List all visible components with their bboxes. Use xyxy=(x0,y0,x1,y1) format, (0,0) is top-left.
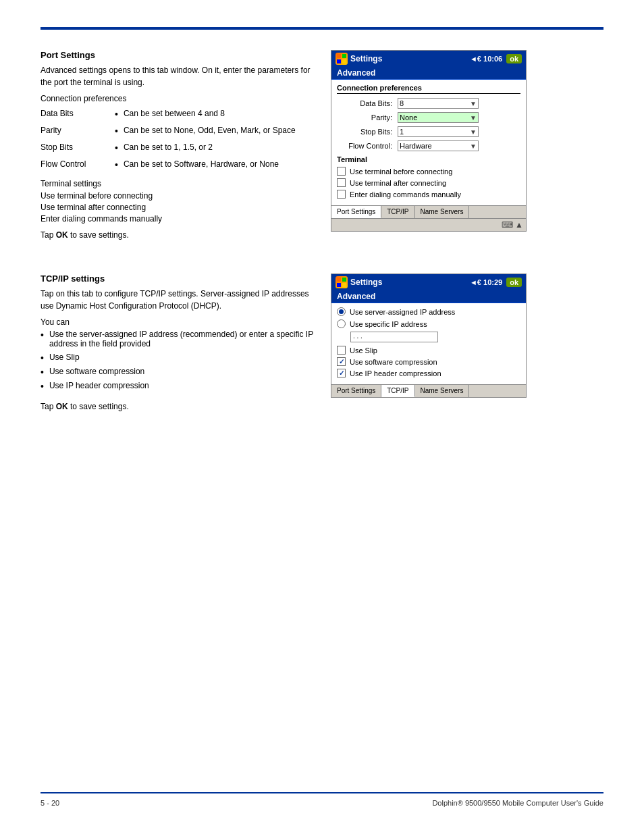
tcpip-section: TCP/IP settings Tap on this tab to confi… xyxy=(41,273,603,411)
tcpip-bullet2-text: Use Slip xyxy=(49,353,80,362)
window1-time: ◄€ 10:06 xyxy=(470,55,502,63)
window2-time: ◄€ 10:29 xyxy=(470,278,502,286)
w2-radio1-row: Use server-assigned IP address xyxy=(337,307,520,316)
flow-control-bullet: • Can be set to Software, Hardware, or N… xyxy=(115,159,317,170)
w1-cb1-row: Use terminal before connecting xyxy=(337,167,520,176)
w2-slip-checkbox[interactable] xyxy=(337,346,346,355)
window1-tab-label: Advanced xyxy=(331,67,526,80)
w2-ip-header-row: Use IP header compression xyxy=(337,369,520,377)
w1-cb2-row: Use terminal after connecting xyxy=(337,178,520,187)
tcpip-dot3: • xyxy=(41,367,44,377)
w2-radio1[interactable] xyxy=(337,307,346,316)
svg-rect-3 xyxy=(342,59,346,63)
parity-bullet: • Can be set to None, Odd, Even, Mark, o… xyxy=(115,126,317,136)
svg-rect-5 xyxy=(342,278,346,282)
w1-parity-label: Parity: xyxy=(337,113,398,122)
w1-tab-tcpip[interactable]: TCP/IP xyxy=(381,206,414,218)
you-can-label: You can xyxy=(41,317,317,327)
window1-body: Connection preferences Data Bits: 8 ▼ Pa… xyxy=(331,80,526,205)
w1-parity-row: Parity: None ▼ xyxy=(337,112,520,123)
settings-logo-1 xyxy=(336,53,348,65)
parity-label: Parity xyxy=(41,126,115,135)
bullet-dot-3: • xyxy=(115,143,118,153)
w1-cb2-checkbox[interactable] xyxy=(337,178,346,187)
titlebar-left-2: Settings xyxy=(336,276,382,288)
w1-cb3-label: Enter dialing commands manually xyxy=(350,190,461,199)
tcpip-bullet1-text: Use the server-assigned IP address (reco… xyxy=(49,330,317,348)
w1-stop-bits-row: Stop Bits: 1 ▼ xyxy=(337,126,520,137)
tcpip-dot1: • xyxy=(41,330,44,340)
w1-cb1-checkbox[interactable] xyxy=(337,167,346,176)
w2-tab-tcpip[interactable]: TCP/IP xyxy=(381,385,414,397)
w1-flow-control-select[interactable]: Hardware ▼ xyxy=(398,140,479,151)
tcpip-desc: Tap on this tab to configure TCP/IP sett… xyxy=(41,288,317,312)
tcpip-bullet4-text: Use IP header compression xyxy=(49,381,149,390)
w2-slip-label: Use Slip xyxy=(350,346,377,355)
stop-bits-row: Stop Bits • Can be set to 1, 1.5, or 2 xyxy=(41,142,317,155)
settings-window-2: Settings ◄€ 10:29 ok Advanced Use server… xyxy=(331,273,527,398)
w2-soft-comp-checkbox[interactable] xyxy=(337,357,346,366)
svg-rect-2 xyxy=(337,59,341,63)
port-settings-title: Port Settings xyxy=(41,50,317,60)
w2-ip-header-label: Use IP header compression xyxy=(350,369,441,377)
window1-tabs-bar: Port Settings TCP/IP Name Servers xyxy=(331,205,526,218)
svg-rect-0 xyxy=(337,54,341,58)
stop-bits-arrow-icon: ▼ xyxy=(470,128,477,136)
titlebar-1: Settings ◄€ 10:06 ok xyxy=(331,51,526,67)
tcpip-bullet4: • Use IP header compression xyxy=(41,381,317,391)
flow-control-value: Can be set to Software, Hardware, or Non… xyxy=(124,159,279,169)
w2-ip-input[interactable]: . . . xyxy=(350,332,438,342)
w1-cb1-label: Use terminal before connecting xyxy=(350,167,452,176)
w1-stop-bits-label: Stop Bits: xyxy=(337,128,398,136)
w2-soft-comp-row: Use software compression xyxy=(337,357,520,366)
w2-ip-header-checkbox[interactable] xyxy=(337,369,346,377)
page-container: Port Settings Advanced settings opens to… xyxy=(0,0,644,834)
port-settings-left: Port Settings Advanced settings opens to… xyxy=(41,50,331,240)
data-bits-arrow-icon: ▼ xyxy=(470,100,477,107)
w2-radio2-label: Use specific IP address xyxy=(350,320,427,328)
w1-tab-name-servers[interactable]: Name Servers xyxy=(415,206,470,218)
w1-tab-port-settings[interactable]: Port Settings xyxy=(331,206,381,218)
parity-row: Parity • Can be set to None, Odd, Even, … xyxy=(41,126,317,138)
bullet-dot: • xyxy=(115,109,118,119)
flow-control-arrow-icon: ▼ xyxy=(470,142,477,150)
window2-body: Use server-assigned IP address Use speci… xyxy=(331,303,526,384)
w1-flow-control-row: Flow Control: Hardware ▼ xyxy=(337,140,520,151)
w1-cb3-checkbox[interactable] xyxy=(337,190,346,199)
stop-bits-label: Stop Bits xyxy=(41,142,115,152)
w2-tab-name-servers[interactable]: Name Servers xyxy=(415,385,470,397)
tcpip-dot4: • xyxy=(41,382,44,391)
w2-soft-comp-label: Use software compression xyxy=(350,358,437,366)
tcpip-bullet1: • Use the server-assigned IP address (re… xyxy=(41,330,317,348)
flow-control-row: Flow Control • Can be set to Software, H… xyxy=(41,159,317,172)
titlebar-left-1: Settings xyxy=(336,53,382,65)
tcpip-bullet3-text: Use software compression xyxy=(49,367,144,376)
tcpip-right: Settings ◄€ 10:29 ok Advanced Use server… xyxy=(331,273,603,411)
connection-prefs-label: Connection preferences xyxy=(41,94,317,103)
w2-radio2[interactable] xyxy=(337,319,346,328)
svg-rect-4 xyxy=(337,278,341,282)
parity-value: Can be set to None, Odd, Even, Mark, or … xyxy=(124,126,296,135)
window1-ok-button[interactable]: ok xyxy=(506,54,522,63)
w1-data-bits-select[interactable]: 8 ▼ xyxy=(398,98,479,109)
port-settings-desc: Advanced settings opens to this tab wind… xyxy=(41,64,317,88)
svg-rect-7 xyxy=(342,283,346,287)
w1-data-bits-label: Data Bits: xyxy=(337,99,398,107)
dialing-label: Enter dialing commands manually xyxy=(41,214,317,224)
titlebar-2: Settings ◄€ 10:29 ok xyxy=(331,274,526,290)
settings-logo-2 xyxy=(336,276,348,288)
w2-slip-row: Use Slip xyxy=(337,346,520,355)
keyboard-icon-1[interactable]: ⌨ ▲ xyxy=(502,220,523,230)
section-divider xyxy=(41,260,603,273)
tcpip-title: TCP/IP settings xyxy=(41,273,317,284)
w2-tab-port-settings[interactable]: Port Settings xyxy=(331,385,381,397)
section1-right: Settings ◄€ 10:06 ok Advanced Connection… xyxy=(331,50,603,240)
window2-ok-button[interactable]: ok xyxy=(506,278,522,287)
w1-cb2-label: Use terminal after connecting xyxy=(350,179,446,187)
titlebar-right-2: ◄€ 10:29 ok xyxy=(470,278,522,287)
stop-bits-bullet: • Can be set to 1, 1.5, or 2 xyxy=(115,142,317,153)
w1-parity-select[interactable]: None ▼ xyxy=(398,112,479,123)
w1-stop-bits-select[interactable]: 1 ▼ xyxy=(398,126,479,137)
data-bits-bullet: • Can be set between 4 and 8 xyxy=(115,109,317,119)
terminal-after-label: Use terminal after connecting xyxy=(41,203,317,212)
